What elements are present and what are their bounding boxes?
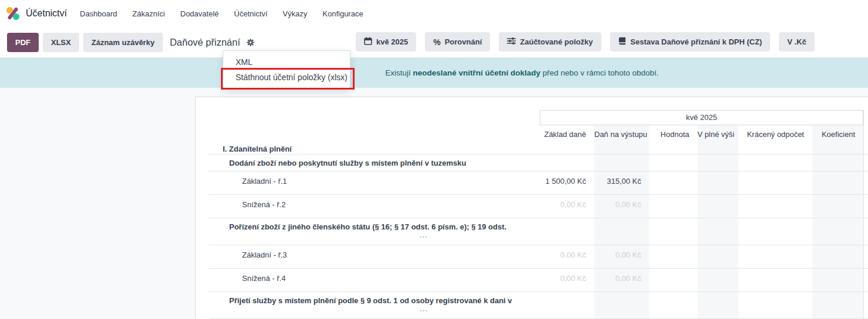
cell-output-tax: 0,00 Kč [594, 269, 649, 292]
table-row[interactable]: Snížená - ř.2 0,00 Kč 0,00 Kč [196, 195, 868, 218]
table-row[interactable]: Základní - ř.3 0,00 Kč 0,00 Kč [196, 245, 868, 269]
report-variant-label: Sestava Daňové přiznání k DPH (CZ) [631, 37, 763, 46]
calendar-icon [364, 37, 372, 47]
logo-teal-dot [13, 13, 19, 20]
row-label: Pořízení zboží z jiného členského státu … [196, 218, 540, 245]
period-filter-button[interactable]: kvě 2025 [356, 32, 416, 52]
sliders-icon [507, 37, 516, 47]
row-label: Přijetí služby s místem plnění podle § 9… [196, 292, 540, 319]
xlsx-button[interactable]: XLSX [43, 33, 79, 52]
table-row[interactable]: Základní - ř.1 1 500,00 Kč 315,00 Kč [196, 171, 868, 195]
report-area: kvě 2025 Základ daně Daň na výstupu Hodn… [0, 88, 868, 319]
gear-icon[interactable] [246, 38, 255, 47]
cell-output-tax: 315,00 Kč [594, 171, 649, 195]
table-row-subsection[interactable]: Dodání zboží nebo poskytnutí služby s mí… [196, 155, 868, 171]
nav-item-reports[interactable]: Výkazy [282, 9, 307, 18]
percent-icon: % [433, 37, 440, 47]
cell-base: 1 500,00 Kč [540, 171, 594, 195]
row-label: Základní - ř.1 [196, 171, 540, 195]
menu-item-download-xlsx[interactable]: Státhnout účetní položky (xlsx) [223, 70, 350, 85]
accounting-app-icon[interactable] [5, 5, 21, 22]
app-name[interactable]: Účetnictví [26, 8, 67, 19]
col-header-full-amount: V plné výši [697, 125, 738, 144]
closing-entry-button[interactable]: Záznam uzávěrky [83, 33, 163, 52]
table-row-section[interactable]: I. Zdanitelná plnění [196, 144, 868, 155]
column-header-row: Základ daně Daň na výstupu Hodnota V pln… [196, 125, 868, 144]
currency-unit-button[interactable]: V .Kč [779, 32, 815, 52]
cell-output-tax: 0,00 Kč [594, 195, 649, 218]
col-header-output-tax: Daň na výstupu [594, 125, 649, 144]
book-icon [618, 37, 627, 47]
period-filter-label: kvě 2025 [376, 37, 408, 46]
top-nav: Účetnictví Dashboard Zákazníci Dodavatel… [0, 0, 868, 27]
cell-base: 0,00 Kč [540, 269, 594, 292]
nav-item-vendors[interactable]: Dodavatelé [181, 9, 219, 18]
toolbar-filters: kvě 2025 % Porovnání Zaúčtované položky [356, 32, 815, 52]
nav-item-accounting[interactable]: Účetnictví [234, 9, 267, 18]
info-alert: Existují neodeslané vnitřní účetní dokla… [0, 57, 868, 88]
table-row[interactable]: Snížená - ř.4 0,00 Kč 0,00 Kč [196, 269, 868, 292]
posted-entries-button[interactable]: Zaúčtované položky [499, 32, 601, 52]
row-label: Základní - ř.3 [196, 245, 540, 269]
report-card: kvě 2025 Základ daně Daň na výstupu Hodn… [195, 97, 868, 319]
nav-item-configuration[interactable]: Konfigurace [322, 9, 363, 18]
col-header-coefficient: Koeficient [812, 125, 863, 144]
col-header-value: Hodnota [649, 125, 697, 144]
table-row-subsection[interactable]: Pořízení zboží z jiného členského státu … [196, 218, 868, 245]
nav-item-dashboard[interactable]: Dashboard [80, 9, 117, 18]
cell-base: 0,00 Kč [540, 245, 594, 269]
report-variant-button[interactable]: Sestava Daňové přiznání k DPH (CZ) [610, 32, 771, 52]
ellipsis-indicator[interactable]: ... [420, 233, 540, 238]
report-title: Daňové přiznání [170, 37, 240, 48]
gear-dropdown-menu: XML Státhnout účetní položky (xlsx) [223, 50, 350, 89]
cell-output-tax: 0,00 Kč [594, 245, 649, 269]
row-label: I. Zdanitelná plnění [196, 144, 540, 155]
logo-orange-dot [6, 7, 13, 13]
tax-report-table: kvě 2025 Základ daně Daň na výstupu Hodn… [196, 97, 868, 319]
row-label: Dodání zboží nebo poskytnutí služby s mí… [196, 155, 540, 171]
report-toolbar: PDF XLSX Záznam uzávěrky Daňové přiznání… [0, 27, 868, 57]
main-menu: Dashboard Zákazníci Dodavatelé Účetnictv… [80, 9, 363, 18]
menu-item-xml[interactable]: XML [223, 54, 350, 70]
nav-item-customers[interactable]: Zákazníci [132, 9, 165, 18]
col-header-reduced-deduction: Krácený odpočet [738, 125, 812, 144]
comparison-label: Porovnání [445, 37, 482, 46]
cell-base: 0,00 Kč [540, 195, 594, 218]
row-label: Snížená - ř.2 [196, 195, 540, 218]
posted-entries-label: Zaúčtované položky [520, 37, 593, 46]
ellipsis-indicator[interactable]: ... [420, 307, 540, 311]
pdf-button[interactable]: PDF [7, 33, 39, 52]
col-header-base: Základ daně [540, 125, 594, 144]
alert-text: Existují neodeslané vnitřní účetní dokla… [385, 68, 659, 77]
period-column-header: kvě 2025 [540, 110, 863, 125]
table-row-subsection[interactable]: Přijetí služby s místem plnění podle § 9… [196, 292, 868, 319]
comparison-button[interactable]: % Porovnání [425, 32, 490, 52]
row-label: Snížená - ř.4 [196, 269, 540, 292]
